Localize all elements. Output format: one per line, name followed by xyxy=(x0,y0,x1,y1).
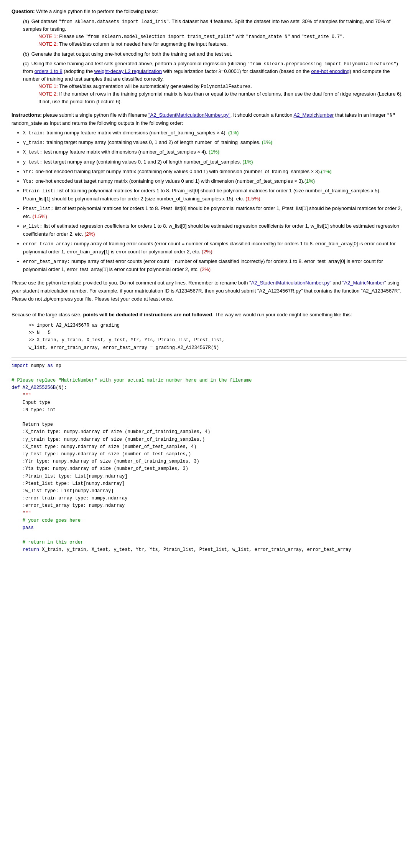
output-ytest-name: y_test: xyxy=(23,160,42,165)
output-wlist-name: w_list: xyxy=(23,224,42,229)
usage-para2: Because of the large class size, points … xyxy=(12,311,406,319)
part-b: (b) Generate the target output using one… xyxy=(23,50,406,58)
output-etrain-pct: (2%) xyxy=(202,249,212,255)
usage-link2: "A2_MatricNumber" xyxy=(342,280,386,286)
output-item-ytrain: y_train: training target numpy array (co… xyxy=(23,139,406,147)
output-ytest-pct: (1%) xyxy=(242,159,253,165)
usage-link1: "A2_StudentMatriculationNumber.py" xyxy=(249,280,331,286)
output-item-ptest: Ptest_list: list of test polynomial matr… xyxy=(23,205,406,221)
output-ytr-name: Ytr: xyxy=(23,169,34,175)
usage-bold: points will be deducted if instructions … xyxy=(83,312,212,317)
part-b-text: Generate the target output using one-hot… xyxy=(31,51,232,57)
output-yts-name: Yts: xyxy=(23,179,34,184)
note1-text: Please use "from sklearn.model_selection… xyxy=(59,33,344,39)
output-item-etrain: error_train_array: numpy array of traini… xyxy=(23,240,406,256)
output-ptrain-pct: (1.5%) xyxy=(245,196,260,202)
note2-text: The offset/bias column is not needed her… xyxy=(59,41,228,47)
output-wlist-pct: (2%) xyxy=(84,231,95,237)
output-list: X_train: training numpy feature matrix w… xyxy=(23,129,406,274)
note-c2-label: NOTE 2: xyxy=(38,91,58,97)
part-c-notes: NOTE 1: The offset/bias augmentation wil… xyxy=(38,83,406,105)
part-c-note2: NOTE 2: If the number of rows in the tra… xyxy=(38,90,406,105)
part-a-note2: NOTE 2: The offset/bias column is not ne… xyxy=(38,40,406,48)
output-item-xtrain: X_train: training numpy feature matrix w… xyxy=(23,129,406,137)
part-a: (a) Get dataset "from sklearn.datasets i… xyxy=(23,18,406,48)
note2-label: NOTE 2: xyxy=(38,41,58,47)
output-item-yts: Yts: one-hot encoded test target numpy m… xyxy=(23,177,406,185)
part-a-text: Get dataset "from sklearn.datasets impor… xyxy=(23,18,390,32)
note-c1-text: The offset/bias augmentation will be aut… xyxy=(59,83,252,89)
output-etest-name: error_test_array: xyxy=(23,259,70,265)
output-item-ptrain: Ptrain_list: list of training polynomial… xyxy=(23,187,406,203)
question-label: Question: xyxy=(12,8,35,14)
part-a-note1: NOTE 1: Please use "from sklearn.model_s… xyxy=(38,33,406,40)
question-section: Question: Write a single python file to … xyxy=(12,8,406,105)
code-template-section: import numpy as np # Please replace "Mat… xyxy=(12,360,406,554)
note-c2-text: If the number of rows in the training po… xyxy=(38,91,403,104)
output-ptest-pct: (1.5%) xyxy=(33,213,47,219)
output-yts-pct: (1%) xyxy=(304,178,315,184)
output-item-etest: error_test_array: numpy array of test er… xyxy=(23,258,406,274)
output-ptest-name: Ptest_list: xyxy=(23,206,53,212)
usage-para1: Please use the python template provided … xyxy=(12,279,406,303)
output-xtest-name: X_test: xyxy=(23,150,42,155)
note1-label: NOTE 1: xyxy=(38,33,58,39)
usage-section: Please use the python template provided … xyxy=(12,279,406,352)
output-xtrain-pct: (1%) xyxy=(228,130,239,136)
output-item-ytest: y_test: test target numpy array (contain… xyxy=(23,158,406,166)
part-c-note1: NOTE 1: The offset/bias augmentation wil… xyxy=(38,83,406,90)
question-intro: Write a single python file to perform th… xyxy=(36,8,158,14)
note-c1-label: NOTE 1: xyxy=(38,83,58,89)
output-ytrain-name: y_train: xyxy=(23,140,45,145)
output-etest-pct: (2%) xyxy=(200,266,211,272)
instructions-text: please submit a single python file with … xyxy=(12,112,395,126)
part-a-code1: "from sklearn.datasets import load_iris" xyxy=(58,19,169,25)
instructions-label: Instructions: xyxy=(12,112,42,118)
output-item-ytr: Ytr: one-hot encoded training target num… xyxy=(23,168,406,176)
part-c-text: Using the same training and test sets ge… xyxy=(23,61,398,82)
part-c: (c) Using the same training and test set… xyxy=(23,60,406,105)
instructions-section: Instructions: please submit a single pyt… xyxy=(12,111,406,274)
output-ytr-pct: (1%) xyxy=(321,169,331,174)
code-example-block: >> import A2_A1234567R as grading >> N =… xyxy=(23,322,406,352)
output-item-wlist: w_list: list of estimated regression coe… xyxy=(23,222,406,238)
output-ytrain-pct: (1%) xyxy=(262,139,272,145)
output-ptrain-name: Ptrain_list: xyxy=(23,188,56,194)
divider xyxy=(12,357,406,357)
output-xtest-pct: (1%) xyxy=(209,149,219,155)
output-item-xtest: X_test: test numpy feature matrix with d… xyxy=(23,148,406,156)
output-xtrain-name: X_train: xyxy=(23,131,45,136)
output-etrain-name: error_train_array: xyxy=(23,241,73,247)
part-a-notes: NOTE 1: Please use "from sklearn.model_s… xyxy=(38,33,406,48)
